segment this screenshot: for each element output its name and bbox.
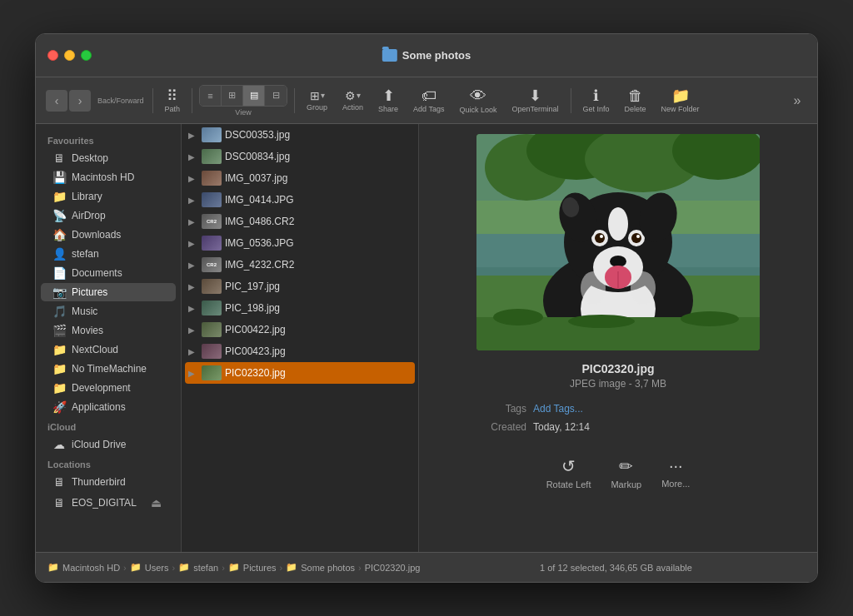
file-expand-arrow[interactable]: ▶ xyxy=(185,171,198,185)
breadcrumb-separator: › xyxy=(172,563,175,573)
sidebar-item-eos-digital[interactable]: 🖥EOS_DIGITAL⏏ xyxy=(41,492,176,514)
quick-look-button[interactable]: 👁 Quick Look xyxy=(454,84,501,117)
path-label: Path xyxy=(165,105,181,113)
add-tags-button[interactable]: 🏷 Add Tags xyxy=(408,85,449,117)
new-folder-button[interactable]: 📁 New Folder xyxy=(656,85,705,117)
action-button[interactable]: ⚙ ▾ Action xyxy=(337,87,368,115)
file-expand-arrow[interactable]: ▶ xyxy=(185,258,198,271)
rotate-left-button[interactable]: ↺ Rotate Left xyxy=(546,456,591,489)
breadcrumb-item-1[interactable]: 📁 Users xyxy=(130,562,169,573)
sidebar-item-desktop[interactable]: 🖥Desktop xyxy=(41,149,176,167)
view-gallery-button[interactable]: ⊟ xyxy=(265,86,287,106)
sidebar-item-thunderbird[interactable]: 🖥Thunderbird xyxy=(41,473,176,491)
file-item-img0486[interactable]: ▶CR2IMG_0486.CR2 xyxy=(185,211,415,232)
file-expand-arrow[interactable]: ▶ xyxy=(185,345,198,358)
file-expand-arrow[interactable]: ▶ xyxy=(185,280,198,293)
view-column-button[interactable]: ▤ xyxy=(243,86,265,106)
breadcrumb-separator: › xyxy=(280,563,283,573)
sidebar-item-library[interactable]: 📁Library xyxy=(41,187,176,206)
eject-button[interactable]: ⏏ xyxy=(147,494,164,511)
more-actions-button[interactable]: ··· More... xyxy=(661,456,690,489)
open-terminal-icon: ⬇ xyxy=(529,88,541,103)
file-name: PIC00422.jpg xyxy=(225,324,408,335)
more-actions-icon: ··· xyxy=(669,456,683,475)
breadcrumb-separator: › xyxy=(123,563,127,573)
sidebar-item-label-development: Development xyxy=(72,382,164,394)
breadcrumb-item-0[interactable]: 📁 Macintosh HD xyxy=(47,562,120,573)
markup-button[interactable]: ✏ Markup xyxy=(611,456,641,489)
file-name: IMG_4232.CR2 xyxy=(225,259,408,271)
file-expand-arrow[interactable]: ▶ xyxy=(185,128,198,142)
tags-row: Tags Add Tags... xyxy=(476,403,760,415)
file-item-img0037[interactable]: ▶IMG_0037.jpg xyxy=(185,167,415,189)
breadcrumb-item-4[interactable]: 📁 Some photos xyxy=(286,562,355,573)
maximize-button[interactable] xyxy=(81,50,92,61)
sidebar-item-airdrop[interactable]: 📡AirDrop xyxy=(41,206,176,225)
breadcrumb-item-3[interactable]: 📁 Pictures xyxy=(228,562,277,573)
applications-icon: 🚀 xyxy=(52,400,66,414)
sidebar-item-no-timemachine[interactable]: 📁No TimeMachine xyxy=(41,360,176,378)
file-item-pic02320[interactable]: ▶PIC02320.jpg xyxy=(185,362,415,384)
open-terminal-button[interactable]: ⬇ OpenTerminal xyxy=(507,85,564,117)
breadcrumb-item-5[interactable]: PIC02320.jpg xyxy=(365,563,421,573)
file-expand-arrow[interactable]: ▶ xyxy=(185,236,198,250)
eos-digital-icon: 🖥 xyxy=(52,496,66,509)
file-name: PIC_198.jpg xyxy=(225,302,408,314)
file-expand-arrow[interactable]: ▶ xyxy=(185,193,198,206)
action-icon: ⚙ xyxy=(345,90,356,102)
file-item-img4232[interactable]: ▶CR2IMG_4232.CR2 xyxy=(185,254,415,276)
desktop-icon: 🖥 xyxy=(52,152,66,165)
sidebar-item-icloud-drive[interactable]: ☁iCloud Drive xyxy=(41,435,176,454)
file-thumbnail xyxy=(202,192,222,207)
file-item-pic00422[interactable]: ▶PIC00422.jpg xyxy=(185,319,415,340)
sidebar-item-macintosh-hd[interactable]: 💾Macintosh HD xyxy=(41,168,176,186)
minimize-button[interactable] xyxy=(64,50,75,61)
group-button[interactable]: ⊞ ▾ Group xyxy=(302,87,332,115)
tags-add-value[interactable]: Add Tags... xyxy=(533,403,583,415)
file-item-dsc00353[interactable]: ▶DSC00353.jpg xyxy=(185,124,415,146)
sidebar-item-development[interactable]: 📁Development xyxy=(41,379,176,397)
back-forward-label: Back/Forward xyxy=(97,97,144,105)
get-info-button[interactable]: ℹ Get Info xyxy=(578,85,615,117)
development-icon: 📁 xyxy=(52,381,66,395)
file-name: PIC_197.jpg xyxy=(225,281,408,292)
file-item-pic198[interactable]: ▶PIC_198.jpg xyxy=(185,297,415,319)
file-name: IMG_0037.jpg xyxy=(225,172,408,184)
title-text: Some photos xyxy=(402,49,471,62)
view-list-button[interactable]: ≡ xyxy=(200,86,222,106)
file-item-pic00423[interactable]: ▶PIC00423.jpg xyxy=(185,340,415,362)
sidebar-item-stefan[interactable]: 👤stefan xyxy=(41,245,176,263)
file-item-dsc00834[interactable]: ▶DSC00834.jpg xyxy=(185,146,415,167)
file-item-img0536[interactable]: ▶IMG_0536.JPG xyxy=(185,232,415,254)
back-button[interactable]: ‹ xyxy=(46,90,67,112)
file-expand-arrow[interactable]: ▶ xyxy=(185,366,198,380)
sidebar-item-movies[interactable]: 🎬Movies xyxy=(41,321,176,340)
file-expand-arrow[interactable]: ▶ xyxy=(185,323,198,336)
breadcrumb-item-2[interactable]: 📁 stefan xyxy=(178,562,218,573)
sidebar-item-label-library: Library xyxy=(72,191,164,202)
sidebar-item-applications[interactable]: 🚀Applications xyxy=(41,398,176,416)
close-button[interactable] xyxy=(47,50,58,61)
sidebar-item-music[interactable]: 🎵Music xyxy=(41,302,176,320)
sidebar-item-label-thunderbird: Thunderbird xyxy=(72,476,164,488)
file-expand-arrow[interactable]: ▶ xyxy=(185,150,198,163)
file-expand-arrow[interactable]: ▶ xyxy=(185,215,198,228)
more-toolbar-button[interactable]: » xyxy=(787,91,807,111)
delete-button[interactable]: 🗑 Delete xyxy=(620,85,651,117)
file-item-pic197[interactable]: ▶PIC_197.jpg xyxy=(185,276,415,297)
share-button[interactable]: ⬆ Share xyxy=(373,85,403,117)
file-item-img0414[interactable]: ▶IMG_0414.JPG xyxy=(185,189,415,211)
sidebar-item-label-movies: Movies xyxy=(72,325,164,336)
sidebar-item-documents[interactable]: 📄Documents xyxy=(41,264,176,282)
path-button[interactable]: ⠿ Path xyxy=(160,85,186,117)
file-name: DSC00834.jpg xyxy=(225,151,408,162)
forward-button[interactable]: › xyxy=(69,90,91,112)
view-icon-button[interactable]: ⊞ xyxy=(222,86,243,106)
sidebar-item-nextcloud[interactable]: 📁NextCloud xyxy=(41,340,176,359)
sidebar-item-pictures[interactable]: 📷Pictures xyxy=(41,283,176,301)
file-expand-arrow[interactable]: ▶ xyxy=(185,301,198,315)
preview-image-container xyxy=(476,134,760,350)
sidebar-item-downloads[interactable]: 🏠Downloads xyxy=(41,226,176,244)
icloud-drive-icon: ☁ xyxy=(52,438,66,451)
file-name: PIC00423.jpg xyxy=(225,345,408,357)
